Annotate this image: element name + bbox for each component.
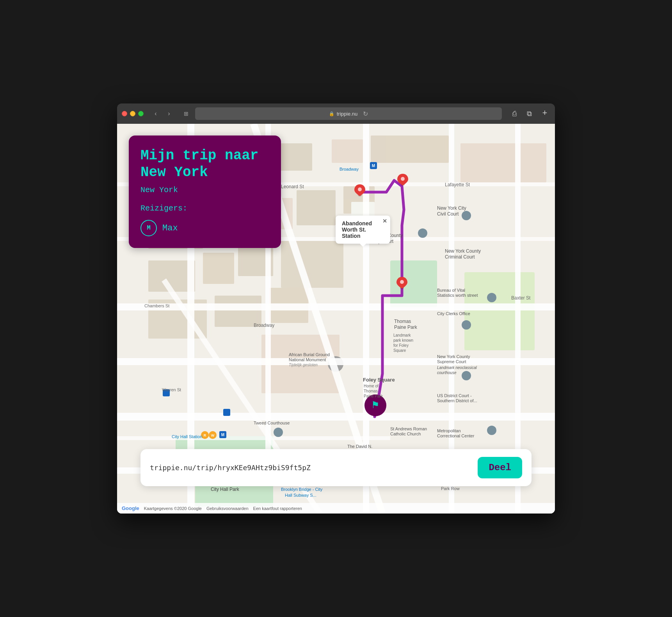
svg-text:Warren St: Warren St	[162, 387, 181, 392]
svg-text:Lafayette St: Lafayette St	[445, 182, 470, 187]
svg-text:St Andrews Roman: St Andrews Roman	[390, 426, 427, 431]
svg-text:Tijdelijk gesloten: Tijdelijk gesloten	[289, 363, 318, 367]
svg-rect-18	[203, 253, 234, 284]
svg-text:park known: park known	[393, 338, 413, 342]
svg-point-42	[401, 177, 405, 181]
svg-text:courthouse: courthouse	[437, 371, 457, 375]
svg-text:US District Court -: US District Court -	[437, 393, 472, 398]
svg-rect-21	[215, 296, 261, 327]
svg-text:Paine Park: Paine Park	[394, 325, 418, 330]
back-button[interactable]: ‹	[150, 108, 162, 119]
svg-text:R: R	[204, 433, 206, 437]
svg-text:Statistics worth street: Statistics worth street	[437, 293, 478, 298]
svg-text:M: M	[221, 433, 224, 437]
address-bar[interactable]: 🔒 trippie.nu ↻	[195, 107, 502, 120]
new-tab-button[interactable]: +	[539, 107, 550, 118]
svg-rect-13	[297, 190, 336, 225]
svg-text:Broadway: Broadway	[254, 323, 274, 328]
browser-window: ‹ › ⊞ 🔒 trippie.nu ↻ ⎙ ⧉ +	[117, 103, 555, 514]
svg-text:Home of: Home of	[364, 384, 379, 388]
svg-rect-5	[371, 136, 449, 163]
svg-point-58	[462, 371, 471, 380]
svg-text:Chambers St: Chambers St	[144, 303, 169, 308]
traveler-item: M Max	[140, 220, 269, 236]
svg-rect-38	[117, 436, 390, 440]
svg-rect-15	[281, 241, 343, 288]
svg-text:Criminal Court: Criminal Court	[445, 254, 475, 260]
svg-text:M: M	[372, 164, 375, 168]
close-button[interactable]	[122, 111, 127, 116]
svg-text:Supreme Court: Supreme Court	[437, 359, 466, 364]
terms-link[interactable]: Gebruiksvoorwaarden	[206, 506, 249, 511]
svg-rect-50	[223, 409, 230, 416]
svg-point-59	[487, 426, 496, 435]
svg-point-57	[462, 320, 471, 330]
svg-text:W: W	[211, 433, 215, 437]
svg-point-44	[400, 280, 404, 284]
forward-button[interactable]: ›	[163, 108, 175, 119]
svg-text:Park Row: Park Row	[441, 486, 460, 491]
minimize-button[interactable]	[130, 111, 135, 116]
svg-text:Square: Square	[393, 348, 406, 353]
svg-text:African Burial Ground: African Burial Ground	[289, 352, 330, 357]
svg-point-55	[462, 211, 471, 220]
svg-text:Correctional Center: Correctional Center	[437, 433, 475, 438]
trip-panel: Mijn trip naar New York New York Reizige…	[129, 136, 281, 248]
share-button[interactable]: Deel	[478, 457, 522, 478]
svg-text:City Hall Park: City Hall Park	[211, 487, 240, 492]
svg-text:National Monument: National Monument	[289, 357, 326, 362]
svg-text:City Hall Station: City Hall Station	[172, 434, 202, 439]
trip-location: New York	[140, 185, 269, 194]
popup-title: Abandoned Worth St. Station	[342, 220, 384, 239]
location-popup: ✕ Abandoned Worth St. Station	[336, 216, 390, 244]
svg-text:Baxter St: Baxter St	[511, 295, 531, 301]
svg-text:Leonard St: Leonard St	[281, 184, 304, 189]
svg-text:Brooklyn Bridge - City: Brooklyn Bridge - City	[281, 487, 323, 492]
toolbar-actions: ⎙ ⧉ +	[508, 107, 550, 120]
url-display: trippie.nu	[337, 111, 357, 117]
svg-text:Southern District of...: Southern District of...	[437, 398, 477, 403]
sidebar-toggle-button[interactable]: ⊞	[180, 108, 192, 119]
traffic-lights	[122, 111, 144, 116]
travelers-label: Reizigers:	[140, 204, 269, 213]
fullscreen-button[interactable]	[138, 111, 144, 116]
svg-text:Foley Square: Foley Square	[363, 377, 395, 383]
svg-text:Hall Subway S...: Hall Subway S...	[285, 493, 316, 498]
map-data-label: Kaartgegevens ©2020 Google	[144, 506, 202, 511]
share-url[interactable]: trippie.nu/trip/hryxKEe9AHtz9biS9ft5pZ	[150, 464, 471, 472]
svg-rect-27	[117, 413, 555, 421]
svg-rect-4	[332, 139, 363, 163]
svg-text:Thomas: Thomas	[364, 389, 378, 393]
svg-text:City Clerks Office: City Clerks Office	[437, 311, 470, 316]
svg-text:Thomas: Thomas	[394, 319, 411, 324]
reload-button[interactable]: ↻	[363, 110, 368, 118]
svg-text:Broadway: Broadway	[340, 167, 359, 171]
map-footer: Google Kaartgegevens ©2020 Google Gebrui…	[117, 503, 555, 514]
svg-rect-9	[464, 272, 535, 350]
svg-text:New York County: New York County	[445, 248, 481, 254]
svg-text:Tweed Courthouse: Tweed Courthouse	[254, 421, 290, 425]
svg-text:Landmark: Landmark	[393, 333, 411, 337]
svg-text:Catholic Church: Catholic Church	[390, 432, 421, 436]
tabs-button[interactable]: ⧉	[523, 107, 535, 120]
traveler-avatar: M	[140, 220, 157, 236]
svg-text:Metropolitan: Metropolitan	[437, 428, 461, 433]
popup-close-button[interactable]: ✕	[382, 218, 387, 224]
svg-text:The David N.: The David N.	[347, 444, 372, 449]
svg-text:New York City: New York City	[437, 205, 466, 211]
svg-text:Landmark neoclassical: Landmark neoclassical	[437, 366, 477, 370]
lock-icon: 🔒	[329, 111, 334, 116]
nav-buttons: ‹ ›	[150, 108, 175, 119]
svg-rect-6	[460, 143, 546, 182]
svg-text:Paine Park: Paine Park	[364, 394, 383, 398]
svg-point-60	[274, 428, 283, 437]
svg-text:for Foley: for Foley	[393, 343, 409, 348]
google-logo: Google	[122, 505, 139, 511]
svg-text:New York County: New York County	[437, 354, 470, 359]
share-action-button[interactable]: ⎙	[508, 107, 521, 120]
browser-toolbar: ‹ › ⊞ 🔒 trippie.nu ↻ ⎙ ⧉ +	[117, 103, 555, 124]
svg-point-54	[418, 228, 427, 238]
svg-text:⚑: ⚑	[371, 399, 380, 410]
report-error-link[interactable]: Een kaartfout rapporteren	[253, 506, 302, 511]
svg-point-56	[487, 293, 496, 302]
